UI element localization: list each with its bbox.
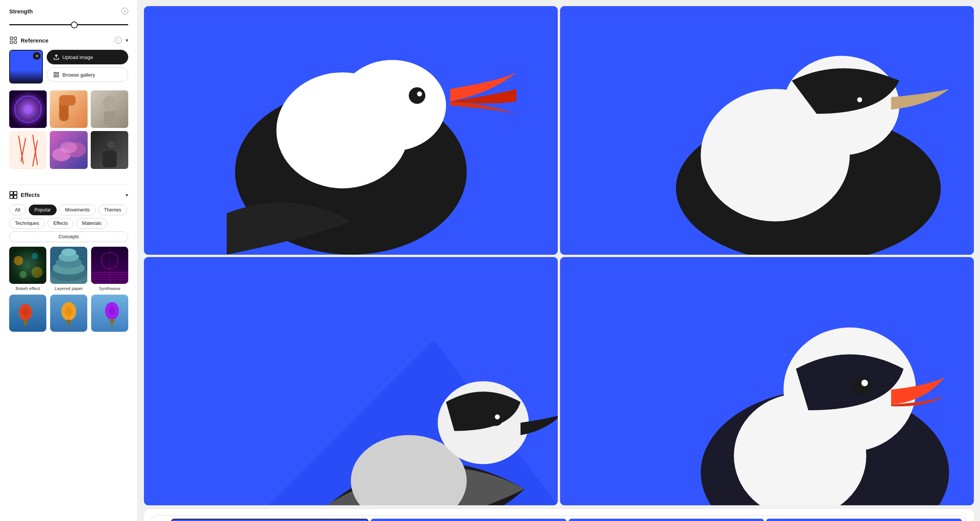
svg-rect-8 — [57, 75, 59, 77]
bird-image-1 — [560, 6, 974, 255]
gallery-thumb-2[interactable] — [91, 90, 128, 128]
svg-rect-18 — [9, 131, 47, 169]
svg-rect-14 — [59, 95, 76, 105]
effect-label-bokeh: Bokeh effect — [16, 286, 40, 291]
svg-point-91 — [852, 375, 872, 395]
svg-point-61 — [65, 306, 72, 316]
svg-point-66 — [109, 306, 115, 315]
image-card-2[interactable] — [144, 257, 558, 506]
filter-tag-popular[interactable]: Popular — [29, 205, 57, 215]
upload-icon — [53, 54, 59, 60]
effect-item-layered[interactable]: Layered paper — [50, 247, 87, 291]
effects-title: Effects — [21, 192, 40, 198]
svg-point-56 — [22, 308, 29, 316]
svg-point-16 — [103, 96, 116, 111]
svg-rect-5 — [54, 72, 56, 74]
filter-tag-concepts[interactable]: Concepts — [9, 231, 128, 242]
svg-rect-2 — [10, 41, 13, 43]
reference-icon — [9, 36, 18, 44]
effects-section-header: Effects ▾ — [9, 191, 128, 199]
svg-rect-93 — [252, 519, 289, 521]
strip-image-2 — [568, 519, 764, 521]
effect-label-synthwave: Synthwave — [99, 286, 120, 291]
filter-tag-materials[interactable]: Materials — [76, 218, 107, 229]
reference-grid: ✕ Upload image — [9, 50, 128, 84]
browse-gallery-label: Browse gallery — [62, 72, 95, 78]
svg-rect-31 — [10, 192, 13, 195]
gallery-thumbnails — [9, 90, 128, 169]
effects-title-group: Effects — [9, 191, 40, 199]
effect-thumb-bokeh — [9, 247, 46, 284]
main-content: Prompt bird, screaming bird, bird with m… — [138, 0, 980, 521]
reference-section-header: Reference i ▾ — [9, 36, 128, 44]
effect-image-balloon2 — [50, 295, 87, 332]
filter-tag-themes[interactable]: Themes — [98, 205, 127, 215]
image-card-1[interactable] — [560, 6, 974, 255]
thumbnail-strip — [152, 515, 966, 521]
effect-item-synthwave[interactable]: Synthwave — [91, 247, 128, 291]
svg-rect-30 — [107, 141, 115, 149]
svg-rect-62 — [67, 319, 71, 324]
bird-image-0 — [144, 6, 558, 255]
svg-rect-34 — [14, 195, 17, 198]
filter-tag-movements[interactable]: Movements — [59, 205, 96, 215]
effects-grid: Bokeh effect Layered paper — [9, 247, 128, 334]
strength-info-icon[interactable]: i — [121, 8, 128, 15]
reference-controls: i ▾ — [115, 37, 128, 44]
effect-item-balloon2[interactable] — [50, 295, 87, 334]
upload-image-button[interactable]: Upload image — [47, 50, 128, 64]
effect-item-bokeh[interactable]: Bokeh effect — [9, 247, 46, 291]
strip-thumb-3[interactable] — [766, 519, 962, 521]
effect-image-layered — [50, 247, 87, 284]
svg-point-86 — [495, 414, 500, 419]
gallery-thumb-1[interactable] — [50, 90, 87, 128]
strength-slider[interactable] — [9, 24, 128, 25]
filter-tag-all[interactable]: All — [9, 205, 26, 215]
effect-image-balloon3 — [91, 295, 128, 332]
reference-selected-image[interactable]: ✕ — [9, 50, 43, 84]
sidebar: Strength i Reference i ▾ ✕ — [0, 0, 138, 521]
svg-point-39 — [20, 271, 27, 278]
thumb-image-2 — [91, 90, 128, 128]
gallery-thumb-4[interactable] — [50, 131, 87, 169]
svg-rect-33 — [10, 195, 13, 198]
strength-title: Strength — [9, 8, 33, 15]
gallery-thumb-3[interactable] — [9, 131, 47, 169]
reference-title: Reference — [21, 37, 49, 44]
reference-title-group: Reference — [9, 36, 49, 44]
svg-rect-17 — [104, 111, 115, 125]
image-card-3[interactable] — [560, 257, 974, 506]
image-card-0[interactable] — [144, 6, 558, 255]
reference-info-icon[interactable]: i — [115, 37, 122, 44]
thumb-image-3 — [9, 131, 47, 169]
effect-thumb-balloon1 — [9, 295, 46, 332]
effect-image-synthwave — [91, 247, 128, 284]
reference-chevron-icon[interactable]: ▾ — [126, 37, 128, 43]
svg-rect-7 — [54, 75, 56, 77]
effect-item-balloon3[interactable] — [91, 295, 128, 334]
reference-close-button[interactable]: ✕ — [33, 52, 41, 60]
strip-thumb-2[interactable] — [568, 519, 764, 521]
browse-gallery-button[interactable]: Browse gallery — [47, 67, 128, 82]
effects-chevron-icon[interactable]: ▾ — [126, 192, 128, 198]
effect-thumb-balloon3 — [91, 295, 128, 332]
svg-point-92 — [861, 380, 868, 386]
filter-tag-effects[interactable]: Effects — [47, 218, 74, 229]
svg-point-38 — [31, 267, 42, 278]
effect-thumb-layered — [50, 247, 87, 284]
thumb-image-5 — [91, 131, 128, 169]
svg-rect-67 — [110, 319, 114, 323]
svg-point-80 — [857, 97, 862, 102]
gallery-thumb-0[interactable] — [9, 90, 47, 128]
effects-icon — [9, 191, 18, 199]
filter-tag-techniques[interactable]: Techniques — [9, 218, 45, 229]
image-grid — [138, 0, 980, 505]
gallery-thumb-5[interactable] — [91, 131, 128, 169]
strength-slider-container — [9, 20, 128, 27]
svg-rect-32 — [14, 192, 17, 195]
svg-rect-35 — [9, 247, 46, 284]
effect-item-balloon1[interactable] — [9, 295, 46, 334]
strip-thumb-0[interactable] — [171, 519, 369, 521]
strip-thumb-1[interactable] — [371, 519, 567, 521]
thumb-image-4 — [50, 131, 87, 169]
